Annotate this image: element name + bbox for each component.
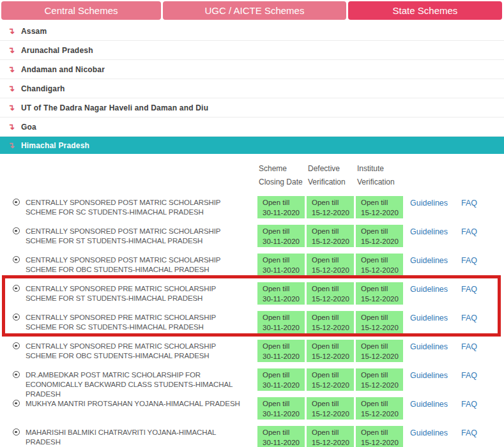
scheme-name: MUKHYA MANTRI PROTSAHAN YOJANA-HIMACHAL …	[26, 397, 257, 422]
faq-link[interactable]: FAQ	[461, 225, 477, 236]
radio-bullet-icon[interactable]	[13, 314, 20, 321]
defective-verification-badge: Open till15-12-2020	[307, 254, 354, 276]
institute-verification-badge: Open till15-12-2020	[356, 311, 403, 333]
schemes-tabbar: Central Schemes UGC / AICTE Schemes Stat…	[1, 1, 502, 20]
institute-verification-badge: Open till15-12-2020	[356, 426, 403, 447]
state-name-label: Goa	[21, 123, 36, 132]
state-accordion-row-andaman-and-nicobar[interactable]: ↴ Andaman and Nicobar	[0, 60, 504, 79]
faq-link[interactable]: FAQ	[461, 196, 477, 208]
scheme-closing-date-badge: Open till30-11-2020	[257, 426, 305, 447]
scheme-closing-date-badge: Open till30-11-2020	[257, 368, 305, 391]
state-expand-arrow-icon: ↴	[8, 65, 15, 73]
guidelines-link[interactable]: Guidelines	[410, 368, 448, 380]
guidelines-link[interactable]: Guidelines	[410, 311, 448, 322]
scheme-closing-date-badge: Open till30-11-2020	[257, 340, 305, 362]
state-accordion-row-arunachal-pradesh[interactable]: ↴ Arunachal Pradesh	[0, 41, 504, 60]
defective-verification-badge: Open till15-12-2020	[307, 225, 354, 247]
column-header-defective-verification: Defective Verification	[307, 162, 354, 192]
scheme-closing-date-badge: Open till30-11-2020	[257, 225, 305, 247]
institute-verification-badge: Open till15-12-2020	[356, 196, 403, 218]
radio-bullet-icon[interactable]	[13, 285, 20, 292]
defective-verification-badge: Open till15-12-2020	[307, 368, 354, 391]
radio-bullet-icon[interactable]	[13, 199, 20, 206]
faq-link[interactable]: FAQ	[461, 397, 477, 409]
scheme-closing-date-badge: Open till30-11-2020	[257, 311, 305, 333]
state-name-label: Himachal Pradesh	[21, 141, 89, 150]
defective-verification-badge: Open till15-12-2020	[307, 340, 354, 362]
state-expand-arrow-icon: ↴	[8, 123, 15, 131]
scheme-closing-date-badge: Open till30-11-2020	[257, 254, 305, 276]
scheme-name: MAHARISHI BALMIKI CHATRAVRITI YOJANA-HIM…	[26, 426, 257, 447]
radio-bullet-icon[interactable]	[13, 400, 20, 407]
state-accordion-row-ut-of-the-dadra-nagar-haveli-and-daman-and-diu[interactable]: ↴ UT of The Dadra Nagar Haveli and Daman…	[0, 98, 504, 117]
institute-verification-badge: Open till15-12-2020	[356, 225, 403, 247]
column-header-institute-verification: Institute Verification	[356, 162, 403, 192]
radio-bullet-icon[interactable]	[13, 371, 20, 378]
state-accordion-row-assam[interactable]: ↴ Assam	[0, 22, 504, 41]
state-expand-arrow-icon: ↴	[8, 141, 15, 149]
defective-verification-badge: Open till15-12-2020	[307, 196, 354, 218]
state-name-label: Andaman and Nicobar	[21, 65, 105, 74]
guidelines-link[interactable]: Guidelines	[410, 196, 448, 208]
scheme-name: CENTRALLY SPONSORED POST MATRIC SCHOLARS…	[26, 196, 257, 221]
state-schemes-page: Central Schemes UGC / AICTE Schemes Stat…	[0, 0, 504, 447]
defective-verification-badge: Open till15-12-2020	[307, 311, 354, 333]
state-accordion-list: ↴ Assam ↴ Arunachal Pradesh ↴ Andaman an…	[0, 22, 504, 154]
guidelines-link[interactable]: Guidelines	[410, 397, 448, 409]
schemes-table-body: CENTRALLY SPONSORED POST MATRIC SCHOLARS…	[0, 192, 504, 447]
institute-verification-badge: Open till15-12-2020	[356, 368, 403, 391]
faq-link[interactable]: FAQ	[461, 368, 477, 380]
faq-link[interactable]: FAQ	[461, 426, 477, 437]
state-expand-arrow-icon: ↴	[8, 46, 15, 54]
scheme-name: CENTRALLY SPONSORED PRE MATRIC SCHOLARSH…	[26, 282, 257, 307]
scheme-name: DR.AMBEDKAR POST MATRIC SCHOLARSHIP FOR …	[26, 368, 257, 399]
institute-verification-badge: Open till15-12-2020	[356, 282, 403, 305]
defective-verification-badge: Open till15-12-2020	[307, 397, 354, 420]
state-accordion-row-chandigarh[interactable]: ↴ Chandigarh	[0, 79, 504, 98]
state-name-label: Chandigarh	[21, 84, 65, 93]
radio-bullet-icon[interactable]	[13, 428, 20, 436]
scheme-table-row: DR.AMBEDKAR POST MATRIC SCHOLARSHIP FOR …	[0, 365, 504, 393]
scheme-table-row: CENTRALLY SPONSORED POST MATRIC SCHOLARS…	[0, 192, 504, 221]
state-expand-arrow-icon: ↴	[8, 103, 15, 112]
faq-link[interactable]: FAQ	[461, 340, 477, 351]
column-header-scheme-closing-date: Scheme Closing Date	[257, 162, 305, 192]
institute-verification-badge: Open till15-12-2020	[356, 397, 403, 420]
scheme-closing-date-badge: Open till30-11-2020	[257, 397, 305, 420]
scheme-name: CENTRALLY SPONSORED POST MATRIC SCHOLARS…	[26, 225, 257, 250]
scheme-table-row: CENTRALLY SPONSORED POST MATRIC SCHOLARS…	[0, 250, 504, 278]
guidelines-link[interactable]: Guidelines	[410, 225, 448, 236]
faq-link[interactable]: FAQ	[461, 311, 477, 322]
scheme-closing-date-badge: Open till30-11-2020	[257, 196, 305, 218]
radio-bullet-icon[interactable]	[13, 227, 20, 234]
state-name-label: UT of The Dadra Nagar Haveli and Daman a…	[21, 103, 208, 112]
schemes-table-header: Scheme Closing Date Defective Verificati…	[0, 154, 504, 192]
institute-verification-badge: Open till15-12-2020	[356, 254, 403, 276]
scheme-name: CENTRALLY SPONSORED PRE MATRIC SCHOLARSH…	[26, 340, 257, 365]
radio-bullet-icon[interactable]	[13, 256, 20, 263]
radio-bullet-icon[interactable]	[13, 342, 20, 349]
faq-link[interactable]: FAQ	[461, 254, 477, 265]
scheme-table-row: MUKHYA MANTRI PROTSAHAN YOJANA-HIMACHAL …	[0, 393, 504, 422]
guidelines-link[interactable]: Guidelines	[410, 340, 448, 351]
tab-state-schemes[interactable]: State Schemes	[348, 1, 502, 20]
scheme-name: CENTRALLY SPONSORED PRE MATRIC SCHOLARSH…	[26, 311, 257, 336]
state-expand-arrow-icon: ↴	[8, 84, 15, 93]
state-name-label: Assam	[21, 27, 47, 36]
scheme-name: CENTRALLY SPONSORED POST MATRIC SCHOLARS…	[26, 254, 257, 278]
state-expand-arrow-icon: ↴	[8, 27, 15, 35]
state-name-label: Arunachal Pradesh	[21, 46, 93, 55]
tab-ugc-aicte-schemes[interactable]: UGC / AICTE Schemes	[163, 1, 346, 20]
state-accordion-row-himachal-pradesh[interactable]: ↴ Himachal Pradesh	[0, 137, 504, 154]
scheme-table-row: CENTRALLY SPONSORED PRE MATRIC SCHOLARSH…	[0, 278, 504, 307]
guidelines-link[interactable]: Guidelines	[410, 254, 448, 265]
state-accordion-row-goa[interactable]: ↴ Goa	[0, 117, 504, 137]
scheme-table-row: CENTRALLY SPONSORED POST MATRIC SCHOLARS…	[0, 221, 504, 250]
scheme-table-row: CENTRALLY SPONSORED PRE MATRIC SCHOLARSH…	[0, 336, 504, 365]
tab-central-schemes[interactable]: Central Schemes	[1, 1, 161, 20]
faq-link[interactable]: FAQ	[461, 282, 477, 294]
defective-verification-badge: Open till15-12-2020	[307, 426, 354, 447]
institute-verification-badge: Open till15-12-2020	[356, 340, 403, 362]
guidelines-link[interactable]: Guidelines	[410, 426, 448, 437]
guidelines-link[interactable]: Guidelines	[410, 282, 448, 294]
